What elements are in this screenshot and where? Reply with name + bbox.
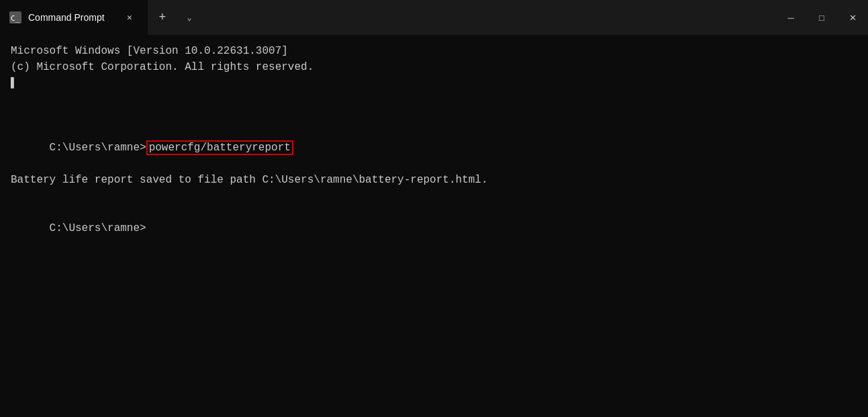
terminal-line-2: (c) Microsoft Corporation. All rights re… [11,59,857,75]
maximize-button[interactable]: □ [806,0,837,35]
window: C_ Command Prompt ✕ + ⌄ ─ □ ✕ Microsoft … [0,0,868,417]
terminal-line-5 [11,107,857,124]
terminal-output-line: Battery life report saved to file path C… [11,172,857,188]
prompt-1: C:\Users\ramne> [50,142,146,154]
title-bar: C_ Command Prompt ✕ + ⌄ ─ □ ✕ [0,0,868,35]
tab-area: C_ Command Prompt ✕ + ⌄ [0,0,775,35]
tab-close-button[interactable]: ✕ [121,9,138,26]
terminal-blank-line [11,188,857,204]
tab-title: Command Prompt [28,12,114,23]
terminal-prompt-line: C:\Users\ramne> [11,204,857,252]
terminal-command-line: C:\Users\ramne>powercfg/batteryreport [11,124,857,172]
highlighted-command: powercfg/batteryreport [146,140,293,155]
window-controls: ─ □ ✕ [775,0,868,35]
active-tab[interactable]: C_ Command Prompt ✕ [0,0,148,35]
terminal-line-3: ▌ [11,75,857,91]
new-tab-button[interactable]: + [148,0,177,35]
tab-dropdown-button[interactable]: ⌄ [177,0,201,35]
terminal-line-4 [11,91,857,107]
minimize-button[interactable]: ─ [775,0,806,35]
cmd-icon: C_ [9,11,21,24]
svg-text:C_: C_ [11,14,20,23]
prompt-2: C:\Users\ramne> [50,222,146,234]
terminal-content[interactable]: Microsoft Windows [Version 10.0.22631.30… [0,35,868,417]
terminal-line-1: Microsoft Windows [Version 10.0.22631.30… [11,43,857,59]
close-button[interactable]: ✕ [837,0,868,35]
